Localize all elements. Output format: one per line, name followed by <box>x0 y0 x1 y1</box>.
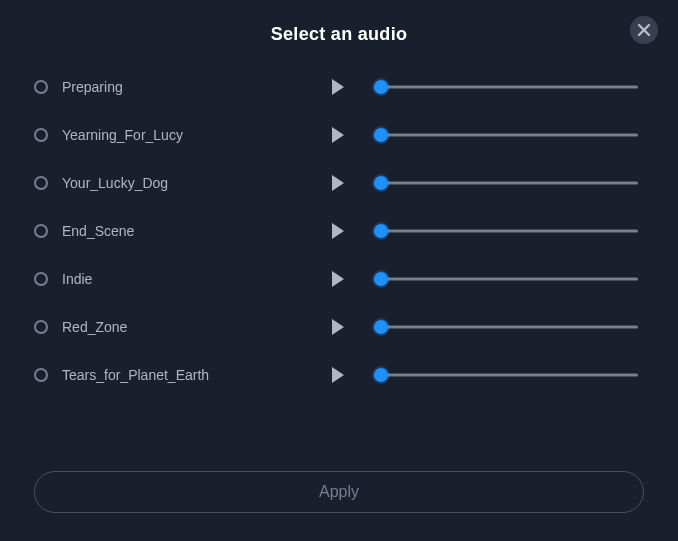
slider-track <box>374 86 638 89</box>
track-item: Preparing <box>34 63 638 111</box>
slider-thumb[interactable] <box>374 128 388 142</box>
slider-thumb[interactable] <box>374 80 388 94</box>
slider-thumb[interactable] <box>374 272 388 286</box>
apply-button-label: Apply <box>319 483 359 501</box>
play-icon[interactable] <box>332 127 344 143</box>
radio-icon[interactable] <box>34 80 48 94</box>
slider-thumb[interactable] <box>374 320 388 334</box>
track-name-label: Your_Lucky_Dog <box>62 175 332 191</box>
slider-track <box>374 278 638 281</box>
slider-track <box>374 230 638 233</box>
track-item: Yearning_For_Lucy <box>34 111 638 159</box>
radio-icon[interactable] <box>34 272 48 286</box>
radio-icon[interactable] <box>34 320 48 334</box>
radio-icon[interactable] <box>34 368 48 382</box>
progress-slider[interactable] <box>374 320 638 334</box>
track-item: End_Scene <box>34 207 638 255</box>
radio-icon[interactable] <box>34 224 48 238</box>
apply-button[interactable]: Apply <box>34 471 644 513</box>
slider-thumb[interactable] <box>374 368 388 382</box>
slider-track <box>374 374 638 377</box>
track-name-label: Red_Zone <box>62 319 332 335</box>
slider-thumb[interactable] <box>374 176 388 190</box>
track-item: Indie <box>34 255 638 303</box>
slider-thumb[interactable] <box>374 224 388 238</box>
progress-slider[interactable] <box>374 128 638 142</box>
slider-track <box>374 134 638 137</box>
track-name-label: Tears_for_Planet_Earth <box>62 367 332 383</box>
progress-slider[interactable] <box>374 368 638 382</box>
progress-slider[interactable] <box>374 224 638 238</box>
slider-track <box>374 326 638 329</box>
play-icon[interactable] <box>332 175 344 191</box>
play-icon[interactable] <box>332 367 344 383</box>
radio-icon[interactable] <box>34 128 48 142</box>
track-name-label: Yearning_For_Lucy <box>62 127 332 143</box>
progress-slider[interactable] <box>374 272 638 286</box>
slider-track <box>374 182 638 185</box>
close-button[interactable] <box>630 16 658 44</box>
track-name-label: Preparing <box>62 79 332 95</box>
track-name-label: End_Scene <box>62 223 332 239</box>
audio-list-container: PreparingYearning_For_LucyYour_Lucky_Dog… <box>0 63 678 455</box>
dialog-title: Select an audio <box>271 24 408 45</box>
play-icon[interactable] <box>332 319 344 335</box>
dialog-footer: Apply <box>0 455 678 541</box>
progress-slider[interactable] <box>374 176 638 190</box>
track-item: Red_Zone <box>34 303 638 351</box>
play-icon[interactable] <box>332 223 344 239</box>
play-icon[interactable] <box>332 79 344 95</box>
select-audio-dialog: Select an audio PreparingYearning_For_Lu… <box>0 0 678 541</box>
play-icon[interactable] <box>332 271 344 287</box>
dialog-header: Select an audio <box>0 0 678 63</box>
radio-icon[interactable] <box>34 176 48 190</box>
audio-list[interactable]: PreparingYearning_For_LucyYour_Lucky_Dog… <box>34 63 644 455</box>
track-item: Your_Lucky_Dog <box>34 159 638 207</box>
progress-slider[interactable] <box>374 80 638 94</box>
track-item: Tears_for_Planet_Earth <box>34 351 638 399</box>
close-icon <box>637 23 651 37</box>
track-name-label: Indie <box>62 271 332 287</box>
